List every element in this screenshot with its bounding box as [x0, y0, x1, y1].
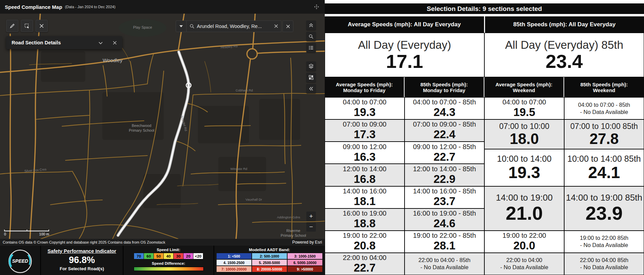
no-data-text: - No Data Available	[500, 264, 548, 271]
speed-table-cell: 09:00 to 12:0016.3	[325, 142, 405, 164]
basemap-gallery-button[interactable]	[306, 73, 316, 82]
speed-limit-swatch: 20	[184, 253, 193, 259]
aadt-band-swatch: 7: 10000-20000	[217, 266, 251, 272]
time-band-label: 10:00 to 14:00	[497, 154, 552, 164]
speed-value: 20.8	[354, 240, 376, 252]
speed-value: 16.3	[354, 151, 376, 163]
speed-value: 23.9	[586, 203, 623, 223]
weekend-avg-header: Average Speeds (mph): Weekend	[484, 77, 564, 97]
attribution-text: Contains OS data © Crown Copyright and d…	[3, 240, 289, 244]
speed-table-cell: 14:00 to 19:0021.0	[484, 186, 564, 231]
allday-85th-label: All Day (Everyday) 85th	[505, 39, 624, 52]
allday-avg-cell: All Day (Everyday) 17.1	[325, 33, 484, 77]
collapse-widgets-button[interactable]	[306, 20, 316, 30]
map-attribution: Contains OS data © Crown Copyright and d…	[0, 239, 325, 246]
speed-value: 18.0	[510, 131, 539, 147]
sketch-tool-button[interactable]	[6, 20, 18, 32]
speed-difference-title: Speed Difference:	[123, 261, 214, 265]
speed-table-cell: 04:00 to 07:0019.5	[484, 97, 564, 119]
search-icon	[309, 34, 313, 39]
map-label-wingate-rd: Wingate Rd	[230, 167, 247, 171]
speed-table-body: 04:00 to 07:0019.307:00 to 09:0017.309:0…	[325, 97, 644, 275]
speed-value: 22.4	[434, 128, 455, 141]
map-canvas[interactable]: Play Space Woodley Beechwood Primary Sch…	[0, 14, 325, 239]
search-box[interactable]	[187, 20, 281, 32]
time-band-label: 07:00 to 09:00 - 85th	[413, 120, 476, 128]
double-chevron-up-icon	[309, 23, 313, 28]
map-label-beechwood-1: Beechwood	[132, 124, 151, 128]
speed-table-cell: 04:00 to 07:00 - 85th24.3	[405, 97, 484, 119]
aadt-band-swatch: 4. 1500-2500	[217, 260, 251, 265]
selection-details-panel: Selection Details: 9 sections selected A…	[325, 0, 644, 275]
no-data-text: - No Data Available	[580, 242, 628, 248]
aadt-band-swatch: 9: >50000	[288, 266, 322, 272]
speed-table-cell: 12:00 to 14:00 - 85th22.9	[405, 164, 484, 186]
map-label-cobham-rd: Cobham Rd	[236, 88, 253, 92]
speed-table-cell: 14:00 to 16:00 - 85th23.7	[405, 186, 484, 208]
speed-table-cell: 04:00 to 07:00 - 85th- No Data Available	[564, 97, 644, 119]
speed-value: 18.1	[354, 195, 376, 207]
close-icon	[113, 41, 117, 45]
zoom-out-button[interactable]: −	[306, 222, 316, 232]
speed-table-cell: 19:00 to 22:0020.8	[325, 231, 405, 253]
search-input[interactable]	[197, 24, 272, 29]
speed-table-cell: 19:00 to 22:00 - 85th28.1	[405, 231, 484, 253]
speed-difference-gradient	[134, 267, 204, 271]
select-tool-button[interactable]	[21, 20, 33, 32]
speed-table-cell: 19:00 to 22:0020.0	[484, 231, 564, 253]
collapse-sidebar-button[interactable]	[306, 84, 316, 93]
map-side-toolbar	[306, 20, 316, 93]
drag-handle-icon[interactable]	[313, 3, 320, 10]
aadt-swatches: 1: <5002: 500-10003: 1000-15004. 1500-25…	[217, 253, 322, 272]
caret-down-icon	[179, 25, 183, 27]
legend-button[interactable]	[306, 43, 316, 53]
chevron-down-icon[interactable]	[99, 40, 103, 46]
search-clear-button[interactable]	[274, 24, 278, 29]
close-icon	[286, 25, 290, 28]
layers-icon	[309, 64, 313, 69]
time-band-label: 22:00 to 04:00	[343, 254, 386, 262]
road-section-details-dropdown[interactable]: Road Section Details	[6, 36, 122, 49]
time-band-label: 09:00 to 12:00	[343, 143, 386, 151]
speed-value: 24.6	[434, 217, 455, 230]
scale-bar-line	[4, 230, 49, 231]
toolbar-spacer	[306, 54, 316, 60]
speed-value: 23.7	[434, 195, 455, 207]
layers-button[interactable]	[306, 61, 316, 71]
clear-selection-button[interactable]	[35, 20, 48, 32]
allday-85th-header: 85th Speeds (mph): All Day Everyday	[485, 16, 644, 33]
speed-value: 19.3	[508, 164, 540, 182]
map-label-woodley: Woodley	[103, 57, 123, 63]
zoom-in-button[interactable]: +	[306, 212, 316, 221]
weekday-85th-header: 85th Speeds (mph): Monday to Friday	[405, 77, 484, 97]
time-band-label: 19:00 to 22:00	[502, 232, 546, 240]
app-root: Speed Compliance Map (Data - Jan 2024 to…	[0, 0, 644, 275]
allday-avg-value: 17.1	[386, 52, 423, 72]
time-band-label: 09:00 to 12:00 - 85th	[413, 143, 476, 151]
map-label-beechwood-2: Primary School	[129, 128, 155, 132]
search-icon	[190, 24, 194, 29]
time-band-label: 19:00 to 22:00	[343, 232, 386, 240]
time-band-label: 16:00 to 19:00	[343, 209, 386, 217]
map-window-header: Speed Compliance Map (Data - Jan 2024 to…	[0, 0, 325, 14]
aadt-title: Modelled AADT Band:	[214, 248, 325, 252]
time-band-label: 19:00 to 22:00 85th	[580, 235, 628, 241]
speed-table-cell: 12:00 to 14:0016.8	[325, 164, 405, 186]
map-title: Speed Compliance Map	[5, 4, 62, 10]
road-section-details-close-button[interactable]	[113, 40, 117, 46]
aadt-band-swatch: 5. 2500-5000	[252, 260, 287, 265]
list-icon	[309, 45, 313, 50]
speed-table-cell: 16:00 to 19:0018.8	[325, 208, 405, 231]
speed-table-cell: 19:00 to 22:00 85th- No Data Available	[564, 231, 644, 253]
spi-title: Safety Performance Indicator	[41, 248, 123, 254]
time-band-label: 04:00 to 07:00	[343, 98, 386, 106]
search-source-dropdown[interactable]	[176, 20, 187, 32]
speed-table-cell: 22:00 to 04:00 - 85th- No Data Available	[405, 253, 484, 275]
spi-value: 96.8%	[41, 255, 123, 265]
aadt-band-swatch: 3: 1000-1500	[288, 253, 322, 259]
search-widget-close-button[interactable]	[282, 20, 293, 32]
time-band-label: 12:00 to 14:00 - 85th	[413, 165, 476, 173]
speed-table-cell: 10:00 to 14:0019.3	[484, 149, 564, 186]
time-band-label: 22:00 to 04:00 - 85th	[419, 257, 470, 263]
search-tool-button[interactable]	[306, 32, 316, 41]
